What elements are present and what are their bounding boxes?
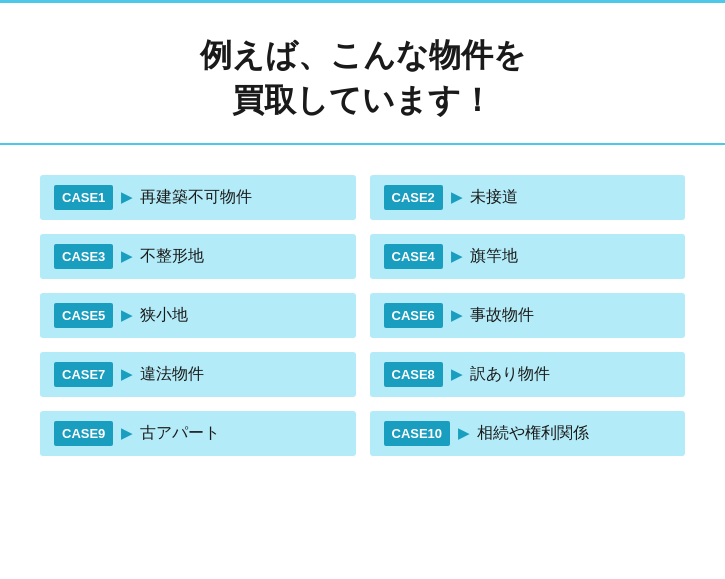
page-title: 例えば、こんな物件を 買取しています！: [20, 33, 705, 123]
case-badge-6: CASE6: [384, 303, 443, 328]
header-section: 例えば、こんな物件を 買取しています！: [0, 3, 725, 143]
case-label-2: 未接道: [470, 187, 518, 208]
case-arrow-5: ▶: [121, 307, 132, 323]
case-label-7: 違法物件: [140, 364, 204, 385]
case-badge-3: CASE3: [54, 244, 113, 269]
case-badge-10: CASE10: [384, 421, 451, 446]
case-item-4: CASE4▶旗竿地: [370, 234, 686, 279]
case-label-4: 旗竿地: [470, 246, 518, 267]
case-badge-4: CASE4: [384, 244, 443, 269]
case-item-10: CASE10▶相続や権利関係: [370, 411, 686, 456]
case-item-3: CASE3▶不整形地: [40, 234, 356, 279]
case-arrow-7: ▶: [121, 366, 132, 382]
case-label-1: 再建築不可物件: [140, 187, 252, 208]
case-badge-7: CASE7: [54, 362, 113, 387]
case-arrow-3: ▶: [121, 248, 132, 264]
case-arrow-1: ▶: [121, 189, 132, 205]
case-item-1: CASE1▶再建築不可物件: [40, 175, 356, 220]
bottom-border: [0, 143, 725, 145]
case-label-3: 不整形地: [140, 246, 204, 267]
case-arrow-6: ▶: [451, 307, 462, 323]
case-badge-8: CASE8: [384, 362, 443, 387]
case-badge-1: CASE1: [54, 185, 113, 210]
case-item-7: CASE7▶違法物件: [40, 352, 356, 397]
case-arrow-9: ▶: [121, 425, 132, 441]
case-arrow-4: ▶: [451, 248, 462, 264]
case-label-5: 狭小地: [140, 305, 188, 326]
case-label-9: 古アパート: [140, 423, 220, 444]
case-arrow-2: ▶: [451, 189, 462, 205]
case-item-9: CASE9▶古アパート: [40, 411, 356, 456]
case-badge-9: CASE9: [54, 421, 113, 446]
case-label-8: 訳あり物件: [470, 364, 550, 385]
case-badge-5: CASE5: [54, 303, 113, 328]
cases-grid: CASE1▶再建築不可物件CASE2▶未接道CASE3▶不整形地CASE4▶旗竿…: [0, 165, 725, 486]
case-item-8: CASE8▶訳あり物件: [370, 352, 686, 397]
case-badge-2: CASE2: [384, 185, 443, 210]
case-label-6: 事故物件: [470, 305, 534, 326]
case-label-10: 相続や権利関係: [477, 423, 589, 444]
case-arrow-8: ▶: [451, 366, 462, 382]
case-arrow-10: ▶: [458, 425, 469, 441]
case-item-6: CASE6▶事故物件: [370, 293, 686, 338]
case-item-2: CASE2▶未接道: [370, 175, 686, 220]
case-item-5: CASE5▶狭小地: [40, 293, 356, 338]
